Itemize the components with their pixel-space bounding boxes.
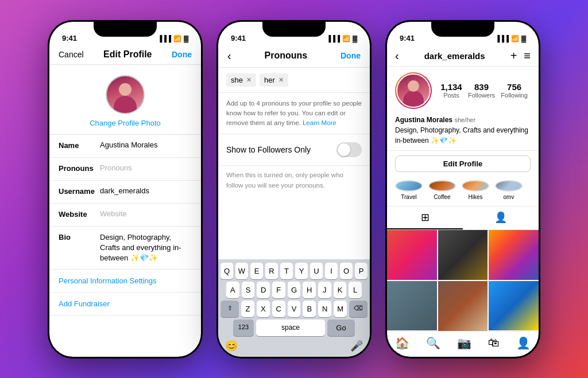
field-value-website[interactable]: Website bbox=[100, 209, 192, 218]
stat-following: 756 Following bbox=[501, 82, 527, 99]
done-button[interactable]: Done bbox=[172, 50, 192, 59]
bio-pronouns: she/her bbox=[454, 116, 475, 123]
kb-go[interactable]: Go bbox=[327, 319, 355, 336]
pronoun-tag-her[interactable]: her ✕ bbox=[260, 73, 288, 87]
kb-123[interactable]: 123 bbox=[233, 319, 254, 336]
wifi-icon-3: 📶 bbox=[511, 35, 519, 42]
nav-profile-icon[interactable]: 👤 bbox=[516, 336, 531, 350]
avatar[interactable] bbox=[106, 75, 145, 114]
kb-o[interactable]: O bbox=[340, 263, 353, 279]
kb-v[interactable]: V bbox=[288, 301, 301, 317]
toggle-switch[interactable] bbox=[336, 142, 362, 157]
nav-home-icon[interactable]: 🏠 bbox=[395, 336, 409, 350]
add-fundraiser-link[interactable]: Add Fundraiser bbox=[49, 293, 201, 315]
posts-label: Posts bbox=[440, 92, 462, 99]
status-icons-2: ▐▐▐ 📶 ▓ bbox=[327, 35, 357, 42]
field-label-bio: Bio bbox=[59, 232, 100, 241]
kb-u[interactable]: U bbox=[310, 263, 323, 279]
profile-bio: Agustina Morales she/her Design, Photogr… bbox=[387, 115, 539, 151]
followers-label: Followers bbox=[468, 92, 495, 99]
keyboard: Q W E R T Y U I O P A S D F G H bbox=[218, 259, 370, 357]
pronoun-tag-she[interactable]: she ✕ bbox=[226, 73, 256, 87]
status-icons-1: ▐▐▐ 📶 ▓ bbox=[158, 35, 188, 42]
battery-icon: ▓ bbox=[184, 35, 188, 42]
phone-pronouns: 9:41 ▐▐▐ 📶 ▓ ‹ Pronouns Done she ✕ bbox=[216, 20, 372, 358]
profile-avatar-image bbox=[396, 73, 431, 108]
menu-icon[interactable]: ≡ bbox=[524, 49, 531, 63]
field-value-bio[interactable]: Design, Photography, Crafts and everythi… bbox=[100, 232, 192, 264]
photo-cell-6[interactable] bbox=[489, 281, 539, 331]
change-photo-button[interactable]: Change Profile Photo bbox=[90, 119, 161, 127]
grid-tab-tagged[interactable]: 👤 bbox=[463, 206, 539, 229]
highlight-travel[interactable]: Travel bbox=[395, 180, 423, 201]
kb-m[interactable]: M bbox=[334, 301, 347, 317]
highlight-coffee[interactable]: Coffee bbox=[428, 180, 456, 201]
emoji-button[interactable]: 😊 bbox=[225, 340, 238, 352]
nav-reels-icon[interactable]: 📷 bbox=[457, 336, 471, 350]
personal-info-link[interactable]: Personal Information Settings bbox=[49, 270, 201, 293]
cancel-button[interactable]: Cancel bbox=[59, 50, 84, 59]
kb-y[interactable]: Y bbox=[295, 263, 308, 279]
edit-profile-button[interactable]: Edit Profile bbox=[395, 155, 531, 172]
remove-she-button[interactable]: ✕ bbox=[246, 76, 252, 84]
nav-shop-icon[interactable]: 🛍 bbox=[488, 336, 500, 349]
kb-q[interactable]: Q bbox=[220, 263, 233, 279]
kb-s[interactable]: S bbox=[242, 282, 255, 298]
profile-avatar-lg[interactable] bbox=[395, 72, 432, 109]
photo-cell-2[interactable] bbox=[438, 230, 488, 280]
wifi-icon: 📶 bbox=[173, 35, 181, 42]
kb-row-2: A S D F G H J K L bbox=[220, 282, 368, 298]
kb-g[interactable]: G bbox=[288, 282, 301, 298]
nav-search-icon[interactable]: 🔍 bbox=[426, 336, 440, 350]
profile-back-button[interactable]: ‹ bbox=[395, 49, 399, 63]
field-value-username[interactable]: dark_emeralds bbox=[100, 186, 192, 195]
back-button[interactable]: ‹ bbox=[227, 49, 231, 63]
highlight-omv[interactable]: omv bbox=[495, 180, 523, 201]
status-time-1: 9:41 bbox=[62, 34, 77, 42]
wifi-icon-2: 📶 bbox=[342, 35, 350, 42]
kb-row-3: ⇧ Z X C V B N M ⌫ bbox=[220, 301, 368, 317]
photo-cell-4[interactable] bbox=[387, 281, 437, 331]
remove-her-button[interactable]: ✕ bbox=[278, 76, 284, 84]
field-value-pronouns[interactable]: Pronouns bbox=[100, 163, 192, 172]
form-row-bio: Bio Design, Photography, Crafts and ever… bbox=[49, 227, 201, 270]
kb-b[interactable]: B bbox=[303, 301, 316, 317]
form-row-pronouns[interactable]: Pronouns Pronouns bbox=[49, 158, 201, 181]
grid-tab-photos[interactable]: ⊞ bbox=[387, 206, 463, 229]
highlight-travel-label: Travel bbox=[401, 194, 416, 200]
kb-i[interactable]: I bbox=[325, 263, 338, 279]
kb-d[interactable]: D bbox=[257, 282, 270, 298]
kb-shift[interactable]: ⇧ bbox=[220, 301, 239, 317]
kb-space[interactable]: space bbox=[256, 319, 325, 336]
kb-w[interactable]: W bbox=[235, 263, 248, 279]
photo-cell-1[interactable] bbox=[387, 230, 437, 280]
photo-cell-5[interactable] bbox=[438, 281, 488, 331]
highlight-omv-label: omv bbox=[504, 194, 514, 200]
kb-t[interactable]: T bbox=[280, 263, 293, 279]
profile-photo-section: Change Profile Photo bbox=[49, 65, 201, 135]
kb-p[interactable]: P bbox=[355, 263, 368, 279]
add-icon[interactable]: + bbox=[510, 49, 517, 63]
photo-cell-3[interactable] bbox=[489, 230, 539, 280]
kb-h[interactable]: H bbox=[303, 282, 316, 298]
kb-l[interactable]: L bbox=[349, 282, 362, 298]
kb-n[interactable]: N bbox=[318, 301, 331, 317]
kb-delete[interactable]: ⌫ bbox=[349, 301, 368, 317]
pronouns-done-button[interactable]: Done bbox=[341, 51, 361, 60]
signal-icon-3: ▐▐▐ bbox=[496, 35, 509, 42]
kb-f[interactable]: F bbox=[272, 282, 285, 298]
mic-button[interactable]: 🎤 bbox=[350, 340, 363, 352]
kb-x[interactable]: X bbox=[257, 301, 270, 317]
kb-r[interactable]: R bbox=[265, 263, 278, 279]
learn-more-link[interactable]: Learn More bbox=[303, 119, 336, 126]
followers-count: 839 bbox=[468, 82, 495, 92]
field-value-name[interactable]: Agustina Morales bbox=[100, 141, 192, 149]
kb-z[interactable]: Z bbox=[241, 301, 254, 317]
kb-k[interactable]: K bbox=[334, 282, 347, 298]
kb-c[interactable]: C bbox=[272, 301, 285, 317]
highlight-hikes[interactable]: Hikes bbox=[462, 180, 489, 201]
kb-j[interactable]: J bbox=[318, 282, 331, 298]
field-label-pronouns: Pronouns bbox=[59, 163, 100, 173]
kb-a[interactable]: A bbox=[226, 282, 239, 298]
kb-e[interactable]: E bbox=[250, 263, 263, 279]
